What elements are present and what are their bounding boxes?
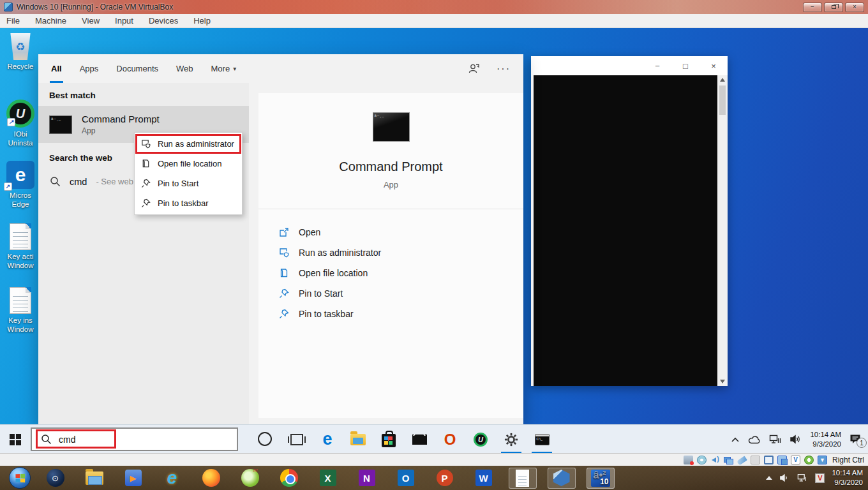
taskbar-iobit[interactable]: U bbox=[465, 425, 496, 454]
taskbar-search-box[interactable] bbox=[31, 427, 238, 451]
cmd-maximize-button[interactable]: □ bbox=[671, 56, 700, 75]
context-pin-to-taskbar[interactable]: Pin to taskbar bbox=[135, 193, 241, 213]
action-label: Open file location bbox=[299, 268, 368, 278]
action-center-button[interactable]: 1 bbox=[849, 434, 862, 445]
action-pin-to-taskbar[interactable]: Pin to taskbar bbox=[279, 304, 523, 324]
menu-machine[interactable]: Machine bbox=[35, 16, 66, 26]
taskbar-file-explorer[interactable] bbox=[343, 425, 373, 454]
onedrive-cloud-icon[interactable] bbox=[748, 435, 761, 444]
start-button[interactable] bbox=[0, 425, 31, 454]
host-internet-explorer[interactable]: e bbox=[153, 466, 191, 490]
tab-web[interactable]: Web bbox=[176, 54, 193, 83]
host-firefox[interactable] bbox=[191, 466, 230, 490]
taskbar-task-view[interactable] bbox=[281, 425, 312, 454]
host-powerpoint[interactable]: P bbox=[425, 466, 464, 490]
chevron-up-icon[interactable] bbox=[731, 436, 740, 443]
speaker-icon[interactable] bbox=[789, 434, 802, 444]
scroll-down-icon[interactable] bbox=[720, 380, 725, 383]
keyboard-status-icon[interactable]: ▼ bbox=[818, 456, 827, 464]
menu-help[interactable]: Help bbox=[193, 16, 211, 26]
shared-folders-status-icon[interactable] bbox=[751, 456, 760, 464]
host-notepad[interactable] bbox=[503, 466, 542, 490]
network-icon[interactable] bbox=[797, 473, 808, 482]
tab-all[interactable]: All bbox=[51, 54, 62, 83]
cortana-icon[interactable] bbox=[258, 432, 272, 446]
taskbar-edge[interactable]: e bbox=[312, 425, 343, 454]
host-green-app[interactable] bbox=[230, 466, 269, 490]
pin-icon bbox=[141, 179, 151, 188]
close-button[interactable]: × bbox=[845, 3, 864, 12]
usb-status-icon[interactable] bbox=[737, 456, 747, 465]
host-steam[interactable]: ⊙ bbox=[36, 466, 75, 490]
host-outlook[interactable]: O bbox=[386, 466, 425, 490]
tab-more[interactable]: More▾ bbox=[211, 54, 237, 83]
cmd-close-button[interactable]: × bbox=[700, 56, 728, 75]
network-status-icon[interactable] bbox=[724, 456, 733, 464]
menu-input[interactable]: Input bbox=[115, 16, 133, 26]
restore-button[interactable] bbox=[824, 3, 843, 12]
host-start-orb[interactable] bbox=[4, 466, 36, 490]
edge-icon: e bbox=[322, 431, 332, 448]
action-open-file-location[interactable]: Open file location bbox=[279, 263, 523, 283]
machine-info-status-icon[interactable]: V bbox=[791, 456, 800, 464]
taskbar-office[interactable]: O bbox=[435, 425, 465, 454]
menu-view[interactable]: View bbox=[82, 16, 100, 26]
command-prompt-window[interactable]: − □ × bbox=[531, 56, 728, 386]
taskbar-clock[interactable]: 10:14 AM 9/3/2020 bbox=[810, 430, 841, 449]
host-chrome[interactable] bbox=[269, 466, 308, 490]
vbox-status-bar: V ▼ Right Ctrl bbox=[0, 453, 868, 466]
host-onenote[interactable]: N bbox=[347, 466, 386, 490]
optical-disc-status-icon[interactable] bbox=[697, 456, 707, 464]
speaker-icon[interactable] bbox=[779, 473, 790, 482]
taskbar-command-prompt[interactable] bbox=[527, 425, 557, 454]
host-key-label: Right Ctrl bbox=[832, 456, 864, 464]
context-pin-to-start[interactable]: Pin to Start bbox=[135, 174, 241, 193]
desktop-icon-iobit-uninstaller[interactable]: U↗ IObiUninsta bbox=[0, 100, 41, 148]
action-open[interactable]: Open bbox=[279, 222, 523, 242]
cmd-console-area[interactable] bbox=[531, 75, 717, 386]
vm-taskbar: e O U bbox=[0, 424, 868, 453]
menu-devices[interactable]: Devices bbox=[149, 16, 178, 26]
host-media-player[interactable]: ▶ bbox=[114, 466, 153, 490]
action-run-as-administrator[interactable]: Run as administrator bbox=[279, 242, 523, 263]
search-tabs: All Apps Documents Web More▾ ··· bbox=[38, 54, 523, 83]
menu-file[interactable]: File bbox=[6, 16, 20, 26]
host-windows10-vm[interactable]: 10 bbox=[581, 466, 620, 490]
green-app-icon bbox=[241, 469, 259, 487]
context-run-as-administrator[interactable]: Run as administrator bbox=[135, 134, 241, 154]
network-icon[interactable] bbox=[769, 434, 781, 444]
display-status-icon[interactable] bbox=[764, 456, 774, 464]
search-input[interactable] bbox=[59, 434, 154, 445]
taskbar-store[interactable] bbox=[373, 425, 404, 454]
host-file-explorer[interactable] bbox=[75, 466, 114, 490]
scroll-up-icon[interactable] bbox=[720, 78, 725, 82]
scroll-thumb[interactable] bbox=[719, 85, 726, 115]
desktop-icon-key-installation[interactable]: Key insWindow bbox=[0, 287, 41, 334]
tab-apps[interactable]: Apps bbox=[80, 54, 99, 83]
minimize-button[interactable]: − bbox=[803, 3, 822, 12]
tab-documents[interactable]: Documents bbox=[116, 54, 158, 83]
host-word[interactable]: W bbox=[464, 466, 503, 490]
show-hidden-icons[interactable] bbox=[766, 476, 772, 480]
cmd-minimize-button[interactable]: − bbox=[643, 56, 671, 75]
taskbar-mail[interactable] bbox=[404, 425, 435, 454]
desktop-icon-microsoft-edge[interactable]: e↗ MicrosEdge bbox=[0, 161, 41, 209]
hard-disk-status-icon[interactable] bbox=[684, 456, 693, 464]
more-options-icon[interactable]: ··· bbox=[497, 63, 511, 75]
shared-clipboard-status-icon[interactable] bbox=[777, 456, 787, 464]
context-open-file-location[interactable]: Open file location bbox=[135, 154, 241, 174]
cmd-scrollbar[interactable] bbox=[717, 75, 728, 386]
media-player-icon: ▶ bbox=[125, 470, 142, 486]
user-icon[interactable] bbox=[468, 63, 480, 75]
result-title: Command Prompt bbox=[82, 114, 160, 124]
desktop-icon-recycle-bin[interactable]: ♻ Recycle bbox=[0, 33, 41, 71]
host-excel[interactable]: X bbox=[308, 466, 347, 490]
action-pin-to-start[interactable]: Pin to Start bbox=[279, 283, 523, 304]
mouse-integration-status-icon[interactable] bbox=[804, 456, 814, 464]
desktop-icon-key-activation[interactable]: Key actiWindow bbox=[0, 223, 41, 271]
host-clock[interactable]: 10:14 AM 9/3/2020 bbox=[832, 468, 863, 487]
taskbar-settings[interactable] bbox=[496, 425, 527, 454]
virtualbox-tray-icon[interactable]: V bbox=[815, 473, 825, 483]
host-virtualbox[interactable] bbox=[542, 466, 581, 490]
audio-status-icon[interactable] bbox=[710, 456, 720, 464]
